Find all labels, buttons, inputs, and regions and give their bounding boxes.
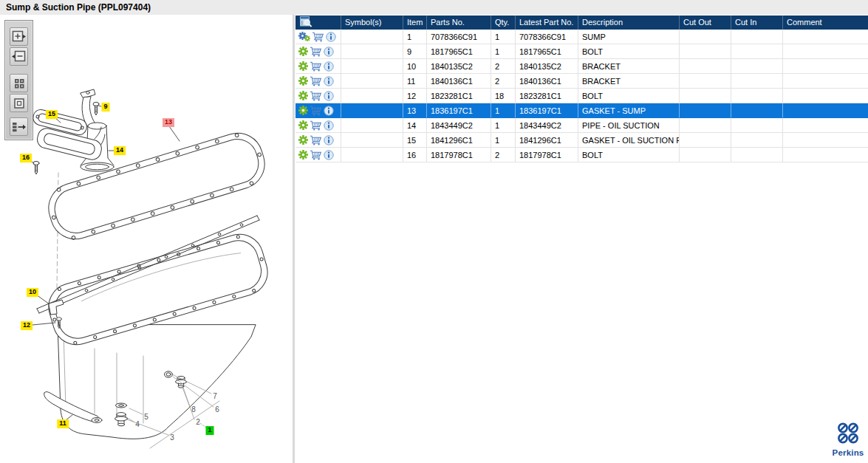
info-icon[interactable] bbox=[324, 150, 334, 160]
gear-icon[interactable] bbox=[298, 76, 308, 86]
info-icon[interactable] bbox=[324, 120, 334, 131]
info-icon[interactable] bbox=[324, 61, 334, 72]
qty-cell: 18 bbox=[491, 89, 516, 103]
item-cell: 16 bbox=[403, 148, 427, 162]
column-header-description[interactable]: Description bbox=[578, 16, 680, 30]
gear-icon[interactable] bbox=[298, 91, 308, 100]
latest-part-no-cell: 1840135C2 bbox=[516, 59, 578, 74]
gear-icon[interactable] bbox=[298, 135, 308, 145]
info-icon[interactable] bbox=[324, 106, 334, 116]
gear-icon[interactable] bbox=[298, 106, 308, 115]
column-header-parts-no-[interactable]: Parts No. bbox=[427, 16, 491, 30]
item-cell: 13 bbox=[403, 103, 427, 118]
gear-icon[interactable] bbox=[298, 47, 308, 56]
cut-in-cell bbox=[731, 148, 783, 162]
comment-cell bbox=[783, 74, 868, 89]
column-header-preview[interactable] bbox=[295, 16, 341, 30]
parts-no-cell: 1843449C2 bbox=[427, 118, 491, 133]
row-action-icons bbox=[295, 44, 341, 59]
item-cell: 11 bbox=[403, 74, 427, 89]
cart-icon[interactable] bbox=[310, 61, 322, 72]
symbols-cell bbox=[341, 30, 403, 44]
item-cell: 1 bbox=[403, 30, 427, 44]
cart-icon[interactable] bbox=[312, 32, 324, 42]
info-icon[interactable] bbox=[324, 47, 334, 57]
parts-no-cell: 1817965C1 bbox=[427, 44, 491, 59]
symbols-cell bbox=[341, 148, 403, 162]
item-cell: 14 bbox=[403, 118, 427, 133]
table-row-item-15[interactable]: 151841296C111841296C1GASKET - OIL SUCTIO… bbox=[295, 133, 868, 148]
table-row-item-1[interactable]: 17078366C9117078366C91SUMP bbox=[295, 30, 868, 44]
latest-part-no-cell: 1817965C1 bbox=[516, 44, 578, 59]
info-icon[interactable] bbox=[324, 76, 334, 86]
description-cell: SUMP bbox=[578, 30, 680, 44]
latest-part-no-cell: 7078366C91 bbox=[516, 30, 578, 44]
gear-icon[interactable] bbox=[298, 120, 308, 130]
cut-out-cell bbox=[680, 44, 731, 59]
column-header-cut-in[interactable]: Cut In bbox=[731, 16, 783, 30]
callout-13[interactable]: 13 bbox=[163, 118, 174, 127]
qty-cell: 1 bbox=[491, 103, 516, 118]
latest-part-no-cell: 1840136C1 bbox=[516, 74, 578, 89]
cart-icon[interactable] bbox=[310, 47, 322, 57]
cart-icon[interactable] bbox=[310, 106, 322, 116]
table-row-item-13[interactable]: 131836197C111836197C1GASKET - SUMP bbox=[295, 103, 868, 118]
parts-table: Symbol(s)ItemParts No.Qty.Latest Part No… bbox=[295, 16, 868, 162]
brand-logo: Perkins bbox=[827, 422, 868, 457]
cart-icon[interactable] bbox=[310, 135, 322, 145]
parts-no-cell: 1823281C1 bbox=[427, 89, 491, 103]
callout-11[interactable]: 11 bbox=[57, 419, 69, 428]
gear-icon[interactable] bbox=[298, 61, 308, 71]
column-header-latest-part-no-[interactable]: Latest Part No. bbox=[516, 16, 578, 30]
column-header-symbol-s-[interactable]: Symbol(s) bbox=[341, 16, 403, 30]
latest-part-no-cell: 1841296C1 bbox=[516, 133, 578, 148]
title-bar: Sump & Suction Pipe (PPL097404) bbox=[0, 0, 868, 15]
column-header-cut-out[interactable]: Cut Out bbox=[680, 16, 731, 30]
parts-no-cell: 1840136C1 bbox=[427, 74, 491, 89]
gear-icon[interactable] bbox=[298, 150, 308, 160]
column-header-item[interactable]: Item bbox=[403, 16, 427, 30]
parts-no-cell: 1841296C1 bbox=[427, 133, 491, 148]
comment-cell bbox=[783, 89, 868, 103]
callout-9[interactable]: 9 bbox=[101, 103, 109, 112]
symbols-cell bbox=[341, 44, 403, 59]
cut-in-cell bbox=[731, 133, 783, 148]
assembly-gears-icon[interactable] bbox=[298, 32, 310, 42]
cut-out-cell bbox=[680, 118, 731, 133]
callout-16[interactable]: 16 bbox=[20, 154, 32, 162]
comment-cell bbox=[783, 44, 868, 59]
cart-icon[interactable] bbox=[310, 76, 322, 86]
callout-1[interactable]: 1 bbox=[205, 426, 213, 435]
comment-cell bbox=[783, 133, 868, 148]
column-header-qty-[interactable]: Qty. bbox=[491, 16, 516, 30]
info-icon[interactable] bbox=[326, 32, 336, 42]
table-row-item-10[interactable]: 101840135C221840135C2BRACKET bbox=[295, 59, 868, 74]
callout-15[interactable]: 15 bbox=[46, 110, 58, 119]
symbols-cell bbox=[341, 133, 403, 148]
cut-out-cell bbox=[680, 89, 731, 103]
info-icon[interactable] bbox=[324, 91, 334, 101]
parts-table-body: 17078366C9117078366C91SUMP91817965C11181… bbox=[295, 30, 868, 162]
callout-10[interactable]: 10 bbox=[27, 288, 38, 297]
row-action-icons bbox=[295, 89, 341, 103]
description-cell: GASKET - SUMP bbox=[578, 103, 680, 118]
column-header-comment[interactable]: Comment bbox=[783, 16, 868, 30]
description-cell: BRACKET bbox=[578, 59, 680, 74]
diagram-callouts: 15914161310121112345678 bbox=[0, 15, 293, 463]
table-row-item-14[interactable]: 141843449C211843449C2PIPE - OIL SUCTION bbox=[295, 118, 868, 133]
callout-12[interactable]: 12 bbox=[21, 321, 33, 330]
callout-14[interactable]: 14 bbox=[114, 146, 126, 155]
comment-cell bbox=[783, 118, 868, 133]
table-row-item-16[interactable]: 161817978C121817978C1BOLT bbox=[295, 148, 868, 162]
qty-cell: 2 bbox=[491, 59, 516, 74]
info-icon[interactable] bbox=[324, 135, 334, 145]
table-row-item-11[interactable]: 111840136C121840136C1BRACKET bbox=[295, 74, 868, 89]
table-row-item-9[interactable]: 91817965C111817965C1BOLT bbox=[295, 44, 868, 59]
cart-icon[interactable] bbox=[310, 120, 322, 131]
table-row-item-12[interactable]: 121823281C1181823281C1BOLT bbox=[295, 89, 868, 103]
row-action-icons bbox=[295, 118, 341, 133]
cart-icon[interactable] bbox=[310, 150, 322, 160]
callout-3: 3 bbox=[170, 433, 174, 442]
cart-icon[interactable] bbox=[310, 91, 322, 101]
callout-2: 2 bbox=[196, 418, 200, 426]
